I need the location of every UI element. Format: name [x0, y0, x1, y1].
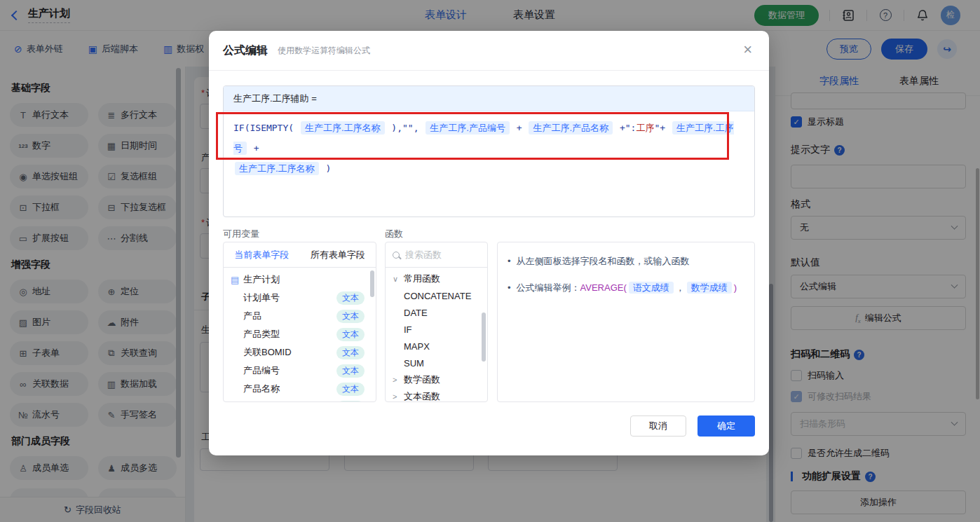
function-group-label: 数学函数: [404, 373, 440, 386]
variable-name: 产品名称: [243, 383, 280, 395]
variable-root-label: 生产计划: [243, 273, 280, 286]
variable-name: 产品编号: [243, 364, 280, 377]
document-icon: ▤: [231, 275, 239, 285]
variable-row[interactable]: 关联BOMID文本: [224, 343, 376, 362]
formula-code-token: ),"",: [386, 123, 425, 133]
function-item[interactable]: IF: [386, 321, 487, 338]
function-group[interactable]: ∨常用函数: [386, 270, 487, 287]
variable-row[interactable]: 计划单号文本: [224, 289, 376, 307]
function-group[interactable]: >数学函数: [386, 371, 487, 388]
chevron-expanded-icon: ∨: [393, 275, 400, 284]
functions-panel: ∨常用函数CONCATENATEDATEIFMAPXSUM>数学函数>文本函数: [385, 242, 488, 402]
function-item[interactable]: SUM: [386, 355, 487, 371]
search-icon: [393, 252, 400, 259]
function-search-input[interactable]: [405, 249, 475, 260]
variables-tree: ▤生产计划计划单号文本产品文本产品类型文本关联BOMID文本产品编号文本产品名称…: [224, 268, 376, 402]
variables-label: 可用变量: [223, 228, 259, 240]
variable-row[interactable]: 文本: [224, 398, 376, 402]
example-field-chip: 语文成绩: [629, 282, 674, 294]
functions-label: 函数: [385, 228, 403, 240]
bullet-icon: •: [508, 280, 511, 296]
formula-field-token[interactable]: 生产工序.产品名称: [529, 121, 613, 135]
chevron-collapsed-icon: >: [393, 392, 400, 401]
formula-code-token: 工序: [636, 123, 654, 133]
variable-row[interactable]: 产品类型文本: [224, 325, 376, 343]
close-icon[interactable]: ×: [743, 42, 752, 57]
variable-row[interactable]: 产品名称文本: [224, 380, 376, 398]
formula-box: 生产工序.工序辅助 = IF(ISEMPTY( 生产工序.工序名称 ),"", …: [223, 85, 755, 217]
formula-code-token: ): [320, 163, 332, 174]
tab-current-form-fields[interactable]: 当前表单字段: [224, 242, 300, 267]
field-type-badge: 文本: [336, 364, 365, 378]
formula-field-token[interactable]: 生产工序.工序名称: [235, 162, 319, 175]
field-type-badge: 文本: [336, 328, 365, 341]
modal-subtitle: 使用数学运算符编辑公式: [278, 45, 370, 57]
help-line-2: • 公式编辑举例：AVERAGE(语文成绩，数学成绩): [508, 280, 744, 296]
formula-code-token: +: [248, 143, 259, 153]
variable-name: 关联BOMID: [243, 346, 292, 359]
field-type-badge: 文本: [336, 401, 365, 403]
variable-name: 计划单号: [243, 291, 280, 304]
variable-root-node[interactable]: ▤生产计划: [224, 270, 376, 289]
variables-scrollbar[interactable]: [370, 270, 374, 297]
formula-editor[interactable]: IF(ISEMPTY( 生产工序.工序名称 ),"", 生产工序.产品编号 + …: [224, 111, 754, 185]
variable-row[interactable]: 产品编号文本: [224, 362, 376, 380]
modal-header: 公式编辑 使用数学运算符编辑公式 ×: [209, 31, 769, 71]
variable-name: 产品: [243, 310, 261, 322]
formula-code-token: IF(ISEMPTY(: [233, 123, 299, 133]
modal-title: 公式编辑: [223, 43, 268, 58]
function-search[interactable]: [386, 242, 487, 268]
variable-row[interactable]: 产品文本: [224, 307, 376, 325]
function-item[interactable]: CONCATENATE: [386, 287, 487, 304]
function-item[interactable]: DATE: [386, 304, 487, 321]
field-type-badge: 文本: [336, 383, 365, 396]
field-type-badge: 文本: [336, 346, 365, 359]
functions-scrollbar[interactable]: [482, 312, 486, 362]
function-item[interactable]: MAPX: [386, 338, 487, 355]
app-root: 生产计划 表单设计 表单设置 数据管理 ? 检 ⊘表单外链▣后端脚本▥数据权 预…: [0, 0, 980, 522]
tab-all-form-fields[interactable]: 所有表单字段: [300, 242, 376, 267]
help-panel: • 从左侧面板选择字段名和函数，或输入函数 • 公式编辑举例：AVERAGE(语…: [497, 242, 755, 402]
field-type-badge: 文本: [336, 310, 365, 323]
example-field-chip: 数学成绩: [687, 282, 732, 294]
function-group-label: 常用函数: [404, 273, 440, 285]
confirm-button[interactable]: 确定: [697, 415, 755, 437]
formula-field-token[interactable]: 生产工序.产品编号: [426, 121, 510, 135]
function-group-label: 文本函数: [404, 390, 440, 402]
function-group[interactable]: >文本函数: [386, 388, 487, 402]
variable-name: 产品类型: [243, 328, 280, 341]
bullet-icon: •: [508, 254, 511, 269]
chevron-collapsed-icon: >: [393, 376, 400, 384]
formula-code-token: +":: [614, 123, 636, 133]
formula-code-token: "+: [654, 123, 670, 133]
variables-panel: 当前表单字段 所有表单字段 ▤生产计划计划单号文本产品文本产品类型文本关联BOM…: [223, 242, 376, 402]
formula-target: 生产工序.工序辅助 =: [224, 86, 754, 111]
field-type-badge: 文本: [336, 291, 365, 305]
formula-code-token: +: [511, 123, 527, 133]
cancel-button[interactable]: 取消: [630, 415, 686, 437]
formula-editor-modal: 公式编辑 使用数学运算符编辑公式 × 生产工序.工序辅助 = IF(ISEMPT…: [209, 31, 769, 455]
help-line-1: • 从左侧面板选择字段名和函数，或输入函数: [508, 254, 744, 269]
formula-field-token[interactable]: 生产工序.工序名称: [301, 121, 385, 135]
functions-tree: ∨常用函数CONCATENATEDATEIFMAPXSUM>数学函数>文本函数: [386, 268, 487, 402]
